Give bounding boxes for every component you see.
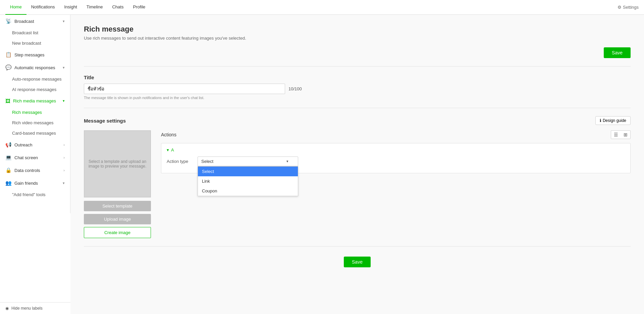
save-button-bottom[interactable]: Save [344,257,371,267]
sidebar-item-auto-response-messages[interactable]: Auto-response messages [0,74,70,84]
action-type-row: Action type Select ▾ Select Link Coupon [167,156,625,166]
top-nav: Home Notifications Insight Timeline Chat… [0,0,644,15]
sidebar-item-auto-responses[interactable]: 💬 Automatic responses ▾ [0,61,70,74]
view-toggle: ☰ ⊞ [611,130,631,139]
sidebar-item-step-messages[interactable]: 📋 Step messages [0,48,70,61]
sidebar-item-rich-messages[interactable]: Rich messages [0,107,70,118]
sidebar-item-new-broadcast[interactable]: New broadcast [0,38,70,48]
nav-insight[interactable]: Insight [60,0,82,15]
sidebar-item-gain-friends[interactable]: 👥 Gain friends ▾ [0,177,70,189]
chevron-down-icon: ▾ [63,19,65,24]
settings-label: Settings [623,5,639,10]
message-settings-section: Message settings ℹ Design guide Select a… [84,116,631,238]
hide-menu-icon: ◉ [5,306,9,311]
chevron-right-icon: › [63,143,65,147]
divider-3 [84,246,631,246]
step-icon: 📋 [5,52,12,58]
sidebar-item-label: Broadcast [14,19,34,24]
dropdown-option-select[interactable]: Select [198,167,298,176]
sidebar-item-label: Chat screen [14,155,38,160]
sidebar-item-data-controls[interactable]: 🔒 Data controls › [0,164,70,177]
actions-label: Actions [161,132,176,137]
sidebar-item-label: Outreach [14,142,32,147]
design-guide-label: Design guide [603,118,626,123]
settings-button[interactable]: ⚙ Settings [616,5,639,10]
msg-settings-header: Message settings ℹ Design guide [84,116,631,125]
save-top-container: Save [84,47,631,58]
image-preview-box: Select a template and upload an image to… [84,130,151,197]
sidebar-item-broadcast-list[interactable]: Broadcast list [0,28,70,38]
title-field-label: Title [84,75,631,80]
title-hint: The message title is shown in push notif… [84,96,631,100]
action-type-dropdown[interactable]: Select ▾ [198,156,298,166]
chevron-down-icon: ▾ [167,147,169,152]
title-section: Title 10/100 The message title is shown … [84,75,631,100]
page-subtitle: Use rich messages to send out interactiv… [84,36,631,41]
nav-profile[interactable]: Profile [128,0,150,15]
dropdown-selected-value: Select [201,159,213,164]
sidebar-item-label: Rich media messages [13,98,56,103]
char-count: 10/100 [288,86,302,91]
rich-media-icon: 🖼 [5,98,10,104]
action-card-header[interactable]: ▾ A [167,147,625,152]
broadcast-icon: 📡 [5,18,12,24]
action-type-label: Action type [167,159,194,164]
title-input-wrap: 10/100 [84,84,631,94]
main-content: Rich message Use rich messages to send o… [70,15,644,314]
action-card: ▾ A Action type Select ▾ S [161,143,631,173]
action-card-title: A [171,147,174,152]
sidebar-item-add-friend-tools[interactable]: "Add friend" tools [0,189,70,200]
divider-1 [84,66,631,66]
nav-notifications[interactable]: Notifications [26,0,60,15]
chevron-down-icon: ▾ [63,65,65,70]
msg-settings-title: Message settings [84,118,126,124]
chat-screen-icon: 💻 [5,154,12,161]
dropdown-arrow-icon: ▾ [286,159,288,164]
divider-2 [84,108,631,108]
chevron-down-icon: ▾ [63,99,65,103]
chevron-right-icon: › [63,155,65,160]
upload-image-button[interactable]: Upload image [84,214,151,224]
preview-text: Select a template and upload an image to… [88,159,147,169]
info-icon: ℹ [600,118,601,123]
actions-panel: Actions ☰ ⊞ ▾ A Action type [161,130,631,238]
save-bottom-container: Save [84,257,631,267]
sidebar-item-outreach[interactable]: 📢 Outreach › [0,138,70,151]
sidebar-item-ai-response-messages[interactable]: AI response messages [0,84,70,95]
sidebar-item-label: Step messages [14,52,45,57]
page-title: Rich message [84,25,631,34]
hide-menu-labels-button[interactable]: ◉ Hide menu labels [0,302,70,314]
hide-menu-label: Hide menu labels [11,306,43,311]
grid-view-button[interactable]: ⊞ [621,131,630,139]
sidebar-item-rich-video-messages[interactable]: Rich video messages [0,118,70,128]
chevron-down-icon: ▾ [63,181,65,185]
dropdown-option-coupon[interactable]: Coupon [198,186,298,196]
title-input[interactable] [84,84,285,94]
sidebar-item-chat-screen[interactable]: 💻 Chat screen › [0,151,70,164]
save-button-top[interactable]: Save [604,47,631,58]
nav-timeline[interactable]: Timeline [82,0,108,15]
design-guide-button[interactable]: ℹ Design guide [595,116,631,125]
action-type-dropdown-container: Select ▾ Select Link Coupon [198,156,298,166]
outreach-icon: 📢 [5,142,12,148]
actions-header: Actions ☰ ⊞ [161,130,631,139]
chevron-right-icon: › [63,168,65,172]
nav-home[interactable]: Home [5,0,26,15]
sidebar-item-broadcast[interactable]: 📡 Broadcast ▾ [0,15,70,28]
msg-settings-body: Select a template and upload an image to… [84,130,631,238]
sidebar-item-card-based-messages[interactable]: Card-based messages [0,128,70,138]
sidebar-item-label: Data controls [14,168,40,173]
auto-response-icon: 💬 [5,64,12,71]
sidebar: 📡 Broadcast ▾ Broadcast list New broadca… [0,15,70,213]
sidebar-item-rich-media[interactable]: 🖼 Rich media messages ▾ [0,95,70,107]
list-view-button[interactable]: ☰ [611,131,621,139]
image-section: Select a template and upload an image to… [84,130,151,238]
nav-chats[interactable]: Chats [107,0,128,15]
select-template-button[interactable]: Select template [84,201,151,211]
image-action-buttons: Select template Upload image Create imag… [84,201,151,238]
data-controls-icon: 🔒 [5,167,12,173]
dropdown-option-link[interactable]: Link [198,176,298,186]
gear-icon: ⚙ [618,5,622,10]
create-image-button[interactable]: Create image [84,227,151,238]
action-type-dropdown-list: Select Link Coupon [198,166,298,196]
